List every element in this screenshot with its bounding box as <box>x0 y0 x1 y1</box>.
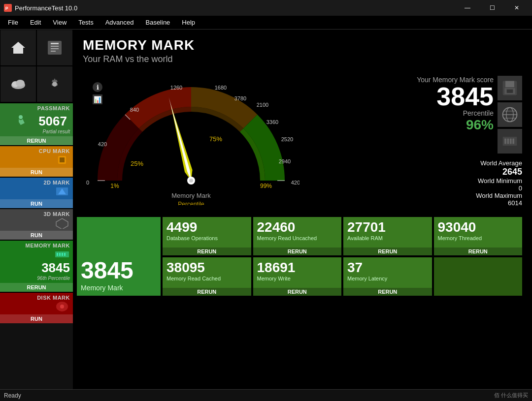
watermark-text: 佰 什么值得买 <box>494 392 528 398</box>
main-card-label: Memory Mark <box>81 284 157 292</box>
svg-text:75%: 75% <box>209 135 222 143</box>
main-score-card: 3845 Memory Mark <box>77 217 161 296</box>
mem-read-uncached-rerun-button[interactable]: RERUN <box>253 247 342 255</box>
mem-write-score: 18691 <box>257 260 338 276</box>
settings-button[interactable] <box>36 66 73 102</box>
svg-text:1260: 1260 <box>170 85 182 91</box>
memmark-rerun-button[interactable]: RERUN <box>0 283 73 292</box>
save-result-button[interactable] <box>498 76 522 100</box>
world-min-row: World Minimum <box>476 177 522 185</box>
memory-detail-icon <box>501 132 519 150</box>
available-ram-rerun-button[interactable]: RERUN <box>343 247 432 255</box>
diskmark-run-button[interactable]: RUN <box>0 314 73 323</box>
world-average-value: 2645 <box>502 167 522 177</box>
mem-read-uncached-name: Memory Read Uncached <box>257 235 338 246</box>
titlebar: P PerformanceTest 10.0 — ☐ ✕ <box>0 0 532 16</box>
content-header: MEMORY MARK Your RAM vs the world <box>73 30 532 67</box>
svg-rect-55 <box>505 81 514 88</box>
svg-rect-15 <box>60 157 65 162</box>
mem-write-rerun-button[interactable]: RERUN <box>253 288 342 296</box>
world-min-label: World Minimum <box>478 177 522 185</box>
threedmark-run-button[interactable]: RUN <box>0 231 73 240</box>
menubar: File Edit View Tests Advanced Baseline H… <box>0 16 532 30</box>
diskmark-label: DISK MARK <box>0 293 73 301</box>
svg-rect-22 <box>62 253 63 256</box>
passmark-sub: Partial result <box>0 129 73 134</box>
bottom-cards: 3845 Memory Mark 4499 Database Operation… <box>75 215 532 298</box>
cpumark-run-button[interactable]: RUN <box>0 168 73 177</box>
mem-read-cached-rerun-button[interactable]: RERUN <box>163 288 251 296</box>
card-available-ram: 27701 Available RAM RERUN <box>343 217 432 255</box>
sidebar-section-passmark: PASSMARK 5067 Partial result RERUN <box>0 102 73 145</box>
disk-icon <box>54 301 70 312</box>
cpu-icon <box>54 154 70 166</box>
available-ram-score: 27701 <box>347 220 428 235</box>
menu-help[interactable]: Help <box>176 17 201 28</box>
main-layout: PASSMARK 5067 Partial result RERUN CPU M… <box>0 30 532 389</box>
menu-edit[interactable]: Edit <box>24 17 47 28</box>
mem-threaded-rerun-button[interactable]: RERUN <box>434 247 523 255</box>
passmark-rerun-button[interactable]: RERUN <box>0 136 73 145</box>
menu-view[interactable]: View <box>47 17 72 28</box>
memmark-label: MEMORY MARK <box>0 241 73 248</box>
world-average-label: World Average <box>480 159 522 167</box>
available-ram-name: Available RAM <box>347 235 428 246</box>
gauge-chart-icon[interactable]: 📊 <box>93 94 102 104</box>
svg-text:25%: 25% <box>131 160 143 167</box>
db-ops-rerun-button[interactable]: RERUN <box>163 247 251 255</box>
settings-icon <box>46 75 64 93</box>
mem-write-name: Memory Write <box>257 276 338 286</box>
sidebar-section-memmark: MEMORY MARK 3845 96th Percentile RERUN <box>0 240 73 292</box>
svg-rect-23 <box>64 253 66 256</box>
info-icon <box>46 39 64 57</box>
home-icon <box>9 39 27 57</box>
sidebar-top-icons <box>0 30 73 66</box>
score-value: 3845 <box>417 84 494 109</box>
close-button[interactable]: ✕ <box>505 0 528 16</box>
svg-text:420: 420 <box>98 141 107 147</box>
svg-text:0: 0 <box>86 180 89 185</box>
score-panel: Your Memory Mark score 3845 Percentile 9… <box>309 76 522 207</box>
sidebar-section-cpumark: CPU MARK RUN <box>0 145 73 177</box>
card-mem-threaded: 93040 Memory Threaded RERUN <box>434 217 523 255</box>
svg-point-25 <box>60 305 64 308</box>
svg-marker-2 <box>11 42 25 54</box>
svg-text:2520: 2520 <box>281 136 293 142</box>
runner-icon <box>17 113 33 127</box>
svg-rect-64 <box>504 139 506 144</box>
gauge-info-icon[interactable]: ℹ <box>93 82 102 92</box>
svg-text:Memory Mark: Memory Mark <box>171 192 211 199</box>
subcards-grid: 4499 Database Operations RERUN 22460 Mem… <box>163 217 522 296</box>
gauge-svg: 25% 75% 1% 99% 0 420 840 1260 1680 2100 … <box>83 72 299 205</box>
minimize-button[interactable]: — <box>456 0 479 16</box>
svg-rect-21 <box>59 253 61 256</box>
mem-latency-score: 37 <box>347 260 428 276</box>
svg-rect-7 <box>51 51 56 52</box>
globe-icon <box>501 106 519 123</box>
menu-file[interactable]: File <box>2 17 24 28</box>
page-title: MEMORY MARK <box>83 37 522 53</box>
details-button[interactable] <box>498 129 522 154</box>
home-button[interactable] <box>0 30 36 66</box>
2d-icon <box>54 185 70 197</box>
svg-text:3360: 3360 <box>266 119 278 125</box>
menu-advanced[interactable]: Advanced <box>100 17 140 28</box>
world-stats-panel: World Average 2645 World Minimum 0 World… <box>476 159 522 207</box>
card-mem-latency: 37 Memory Latency RERUN <box>343 257 432 296</box>
statusbar: Ready 佰 什么值得买 <box>0 389 532 401</box>
world-max-value: 6014 <box>508 199 522 207</box>
menu-baseline[interactable]: Baseline <box>139 17 176 28</box>
tdmark-run-button[interactable]: RUN <box>0 199 73 208</box>
cloud-button[interactable] <box>0 66 36 102</box>
menu-tests[interactable]: Tests <box>72 17 99 28</box>
card-empty <box>434 257 523 296</box>
maximize-button[interactable]: ☐ <box>481 0 503 16</box>
sidebar-second-row-icons <box>0 66 73 102</box>
mem-latency-rerun-button[interactable]: RERUN <box>343 288 432 296</box>
memory-sidebar-icon <box>54 248 70 260</box>
world-compare-button[interactable] <box>498 102 522 127</box>
svg-point-10 <box>16 80 25 87</box>
world-min-value: 0 <box>519 185 522 192</box>
svg-text:ℹ: ℹ <box>97 84 99 91</box>
info-button[interactable] <box>36 30 73 66</box>
